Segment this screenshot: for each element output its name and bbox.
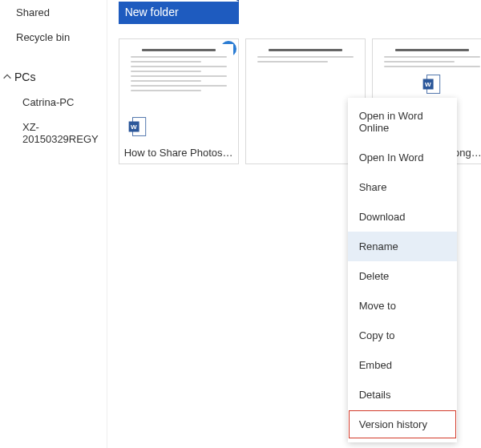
file-caption: How to Share Photos ... — [124, 147, 233, 159]
context-menu-item-embed[interactable]: Embed — [348, 350, 457, 380]
folder-tile[interactable]: 0 New folder — [119, 2, 239, 24]
context-menu-item-open-in-word[interactable]: Open In Word — [348, 143, 457, 172]
word-icon: W — [127, 116, 148, 137]
context-menu-item-open-in-word-online[interactable]: Open in Word Online — [348, 101, 457, 143]
file-thumbnail: W — [124, 44, 233, 139]
sidebar-section-label: PCs — [14, 71, 35, 83]
folder-label: New folder — [125, 6, 179, 18]
chevron-up-icon — [2, 71, 13, 83]
sidebar-item-shared[interactable]: Shared — [0, 0, 107, 25]
sidebar: Shared Recycle bin PCs Catrina-PC XZ-201… — [0, 0, 107, 448]
context-menu-item-version-history[interactable]: Version history — [348, 410, 457, 439]
file-tile-0[interactable]: W How to Share Photos ... — [119, 38, 239, 164]
main-area: 0 New folder W — [107, 0, 481, 448]
svg-text:W: W — [425, 81, 431, 88]
svg-text:W: W — [131, 123, 137, 131]
sidebar-section-pcs[interactable]: PCs — [0, 64, 107, 90]
context-menu-item-share[interactable]: Share — [348, 172, 457, 202]
sidebar-item-pc-0[interactable]: Catrina-PC — [0, 90, 107, 115]
folder-corner — [208, 0, 239, 2]
context-menu-item-delete[interactable]: Delete — [348, 261, 457, 291]
context-menu-item-move-to[interactable]: Move to — [348, 291, 457, 321]
context-menu-item-copy-to[interactable]: Copy to — [348, 321, 457, 350]
context-menu-item-rename[interactable]: Rename — [348, 232, 457, 261]
sidebar-item-recycle-bin[interactable]: Recycle bin — [0, 25, 107, 50]
word-icon: W — [422, 74, 443, 95]
sidebar-item-pc-1[interactable]: XZ-20150329REGY — [0, 115, 107, 151]
context-menu-item-download[interactable]: Download — [348, 202, 457, 232]
file-thumbnail — [251, 44, 360, 139]
context-menu-item-details[interactable]: Details — [348, 380, 457, 410]
context-menu: Open in Word OnlineOpen In WordShareDown… — [348, 98, 457, 442]
